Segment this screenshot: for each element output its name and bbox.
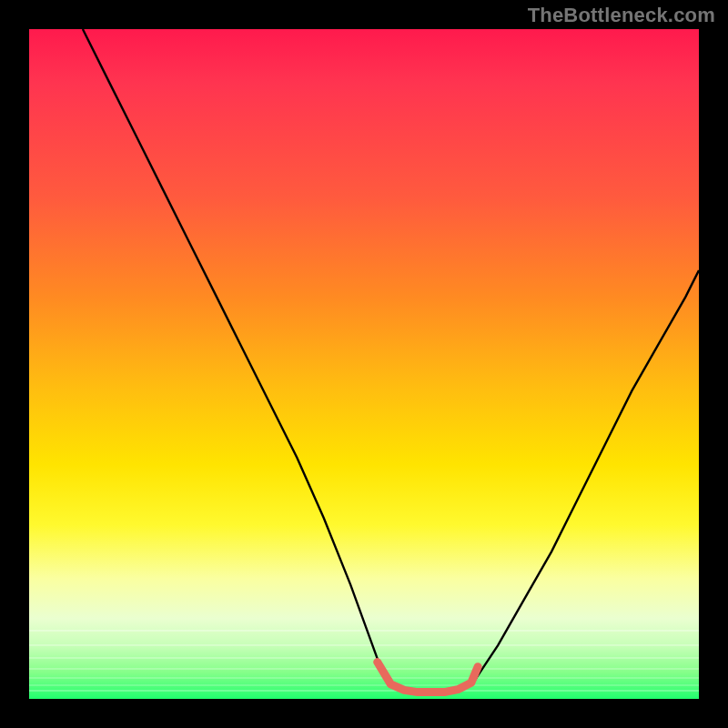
trough-highlight-path <box>378 662 478 693</box>
right-branch-path <box>471 270 699 685</box>
plot-area <box>29 29 699 699</box>
watermark-text: TheBottleneck.com <box>528 4 715 27</box>
curve-layer <box>29 29 699 699</box>
chart-frame: TheBottleneck.com <box>0 0 728 728</box>
left-branch-path <box>83 29 391 685</box>
